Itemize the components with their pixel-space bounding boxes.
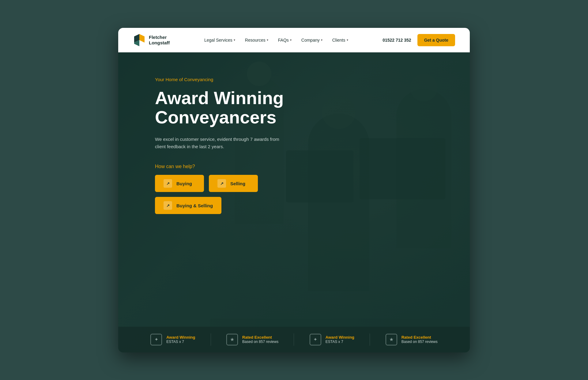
stat-text-1: Award Winning ESTAS x 7 bbox=[166, 335, 195, 344]
stat-title-3: Award Winning bbox=[326, 335, 354, 340]
brand-logo-icon bbox=[133, 33, 146, 47]
stat-sub-2: Based on 857 reviews bbox=[242, 340, 278, 344]
stat-title-4: Rated Excellent bbox=[401, 335, 438, 340]
stat-item-2: ★ Rated Excellent Based on 857 reviews bbox=[226, 334, 278, 345]
stat-item-3: ✦ Award Winning ESTAS x 7 bbox=[310, 334, 354, 345]
hero-description: We excel in customer service, evident th… bbox=[155, 136, 284, 150]
arrow-icon: ↗ bbox=[164, 179, 172, 188]
logo-area[interactable]: Fletcher Longstaff bbox=[133, 33, 170, 47]
screen-background: Fletcher Longstaff Legal Services ▾ Reso… bbox=[0, 0, 588, 380]
nav-resources[interactable]: Resources ▾ bbox=[245, 38, 268, 43]
stat-item-4: ★ Rated Excellent Based on 857 reviews bbox=[386, 334, 438, 345]
stat-text-4: Rated Excellent Based on 857 reviews bbox=[401, 335, 438, 344]
get-quote-button[interactable]: Get a Quote bbox=[417, 34, 455, 46]
nav-company[interactable]: Company ▾ bbox=[301, 38, 322, 43]
arrow-icon: ↗ bbox=[217, 179, 226, 188]
stat-divider-3 bbox=[370, 333, 370, 346]
nav-faqs[interactable]: FAQs ▾ bbox=[278, 38, 292, 43]
chevron-down-icon: ▾ bbox=[267, 38, 268, 42]
stat-text-2: Rated Excellent Based on 857 reviews bbox=[242, 335, 278, 344]
stat-divider-1 bbox=[211, 333, 211, 346]
rating-icon-2: ★ bbox=[386, 334, 397, 345]
phone-number[interactable]: 01522 712 352 bbox=[383, 38, 411, 43]
browser-window: Fletcher Longstaff Legal Services ▾ Reso… bbox=[118, 28, 470, 352]
hero-tagline: Your Home of Conveyancing bbox=[155, 77, 290, 82]
stat-sub-3: ESTAS x 7 bbox=[326, 340, 354, 344]
hero-cta-buttons: ↗ Buying ↗ Selling ↗ Buying & Selling bbox=[155, 175, 290, 214]
nav-links: Legal Services ▾ Resources ▾ FAQs ▾ Comp… bbox=[204, 38, 348, 43]
stat-divider-2 bbox=[294, 333, 294, 346]
stat-sub-4: Based on 857 reviews bbox=[401, 340, 438, 344]
stat-sub-1: ESTAS x 7 bbox=[166, 340, 195, 344]
stats-bar: ✦ Award Winning ESTAS x 7 ★ Rated Excell… bbox=[118, 327, 470, 352]
hero-content: Your Home of Conveyancing Award Winning … bbox=[118, 52, 326, 233]
how-help-label: How can we help? bbox=[155, 164, 290, 169]
nav-clients[interactable]: Clients ▾ bbox=[332, 38, 348, 43]
chevron-down-icon: ▾ bbox=[234, 38, 235, 42]
nav-legal-services[interactable]: Legal Services ▾ bbox=[204, 38, 235, 43]
award-icon-2: ✦ bbox=[310, 334, 321, 345]
chevron-down-icon: ▾ bbox=[347, 38, 348, 42]
award-icon-1: ✦ bbox=[150, 334, 162, 345]
navbar: Fletcher Longstaff Legal Services ▾ Reso… bbox=[118, 28, 470, 52]
selling-button[interactable]: ↗ Selling bbox=[209, 175, 258, 192]
hero-section: Your Home of Conveyancing Award Winning … bbox=[118, 52, 470, 352]
chevron-down-icon: ▾ bbox=[290, 38, 292, 42]
nav-right: 01522 712 352 Get a Quote bbox=[383, 34, 455, 46]
buying-selling-button[interactable]: ↗ Buying & Selling bbox=[155, 197, 221, 214]
stat-item-1: ✦ Award Winning ESTAS x 7 bbox=[150, 334, 195, 345]
brand-name: Fletcher Longstaff bbox=[149, 35, 170, 46]
svg-marker-1 bbox=[139, 34, 145, 43]
chevron-down-icon: ▾ bbox=[321, 38, 322, 42]
hero-title: Award Winning Conveyancers bbox=[155, 88, 290, 127]
rating-icon-1: ★ bbox=[226, 334, 238, 345]
arrow-icon: ↗ bbox=[164, 201, 172, 210]
stat-text-3: Award Winning ESTAS x 7 bbox=[326, 335, 354, 344]
stat-title-2: Rated Excellent bbox=[242, 335, 278, 340]
buying-button[interactable]: ↗ Buying bbox=[155, 175, 204, 192]
stat-title-1: Award Winning bbox=[166, 335, 195, 340]
